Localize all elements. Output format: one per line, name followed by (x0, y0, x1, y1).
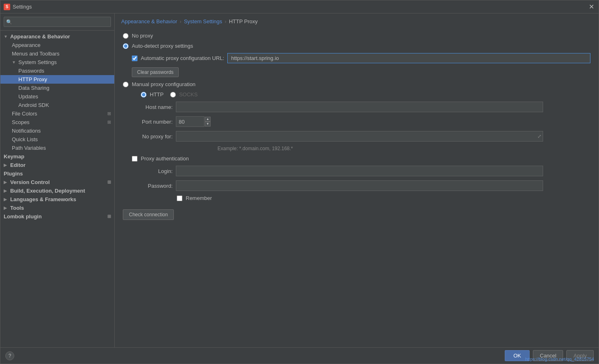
host-name-input[interactable] (176, 102, 543, 112)
sidebar-item-updates[interactable]: Updates (0, 92, 114, 101)
no-proxy-label[interactable]: No proxy (132, 33, 153, 39)
socks-protocol-radio[interactable] (170, 92, 176, 98)
breadcrumb-sep2: › (225, 18, 226, 24)
sidebar-label-updates: Updates (18, 93, 38, 100)
search-input[interactable] (4, 17, 111, 27)
auto-url-checkbox-label[interactable]: Automatic proxy configuration URL: (141, 55, 224, 61)
port-number-label: Port number: (132, 119, 173, 125)
no-proxy-input-wrap: ⤢ (176, 131, 543, 142)
sidebar-item-appearance[interactable]: Appearance (0, 41, 114, 49)
login-label: Login: (132, 168, 173, 174)
port-number-row: Port number: ▲ ▼ (132, 116, 590, 127)
sidebar-label-file-colors: File Colors (12, 111, 37, 117)
proxy-auth-section: Proxy authentication Login: Password: (132, 155, 590, 201)
auto-detect-row: Auto-detect proxy settings (123, 43, 590, 49)
remember-checkbox[interactable] (177, 195, 182, 201)
port-increment-button[interactable]: ▲ (205, 117, 211, 122)
no-proxy-radio[interactable] (123, 33, 129, 39)
auto-detect-section: Automatic proxy configuration URL: Clear… (132, 53, 590, 77)
sidebar-item-file-colors[interactable]: File Colors ⊞ (0, 109, 114, 118)
sidebar-item-build-execution[interactable]: ▶ Build, Execution, Deployment (0, 186, 114, 195)
host-name-label: Host name: (132, 104, 173, 110)
file-colors-icon: ⊞ (107, 111, 111, 116)
expand-no-proxy-button[interactable]: ⤢ (537, 133, 541, 139)
sidebar-label-system: System Settings (18, 59, 57, 65)
login-input[interactable] (176, 166, 543, 176)
sidebar-label-languages: Languages & Frameworks (10, 196, 76, 202)
auto-url-input[interactable] (227, 53, 590, 63)
breadcrumb-sep1: › (180, 18, 181, 24)
port-decrement-button[interactable]: ▼ (205, 122, 211, 127)
sidebar-item-data-sharing[interactable]: Data Sharing (0, 84, 114, 92)
no-proxy-for-input[interactable] (176, 131, 543, 142)
sidebar-label-tools: Tools (10, 205, 24, 211)
bottom-left: ? (5, 351, 14, 360)
manual-proxy-radio[interactable] (123, 82, 129, 87)
proxy-auth-checkbox[interactable] (132, 156, 138, 162)
sidebar-label-plugins: Plugins (4, 171, 23, 177)
sidebar-label-android-sdk: Android SDK (18, 102, 49, 108)
title-bar: S Settings ✕ (0, 0, 599, 13)
expand-arrow-tools: ▶ (4, 206, 9, 210)
sidebar-label-keymap: Keymap (4, 153, 24, 160)
sidebar-item-passwords[interactable]: Passwords (0, 67, 114, 75)
sidebar-item-keymap[interactable]: Keymap (0, 152, 114, 161)
sidebar-item-system-settings[interactable]: ▼ System Settings (0, 58, 114, 67)
sidebar-label-path-variables: Path Variables (12, 145, 46, 151)
content-area: Appearance & Behavior › System Settings … (115, 13, 599, 347)
sidebar-item-quick-lists[interactable]: Quick Lists (0, 135, 114, 144)
port-spinner: ▲ ▼ (176, 116, 211, 127)
sidebar-item-appearance-behavior[interactable]: ▼ Appearance & Behavior (0, 32, 114, 41)
help-button[interactable]: ? (5, 351, 14, 360)
sidebar-item-notifications[interactable]: Notifications (0, 127, 114, 135)
sidebar-item-menus-toolbars[interactable]: Menus and Toolbars (0, 49, 114, 58)
http-protocol-label[interactable]: HTTP (150, 91, 164, 98)
proxy-auth-label[interactable]: Proxy authentication (141, 155, 189, 162)
close-button[interactable]: ✕ (587, 3, 595, 11)
scopes-icon: ⊞ (107, 120, 111, 125)
sidebar-item-languages-frameworks[interactable]: ▶ Languages & Frameworks (0, 195, 114, 204)
sidebar-item-plugins[interactable]: Plugins (0, 169, 114, 178)
check-connection-button[interactable]: Check connection (123, 209, 174, 220)
sidebar-item-lombok[interactable]: Lombok plugin ⊞ (0, 212, 114, 221)
vc-icon: ⊞ (107, 180, 111, 185)
sidebar-item-scopes[interactable]: Scopes ⊞ (0, 118, 114, 127)
manual-proxy-row: Manual proxy configuration (123, 81, 590, 87)
manual-proxy-label[interactable]: Manual proxy configuration (132, 81, 195, 87)
socks-radio-row: SOCKS (170, 91, 198, 98)
sidebar-item-editor[interactable]: ▶ Editor (0, 161, 114, 169)
clear-passwords-button[interactable]: Clear passwords (132, 67, 179, 77)
breadcrumb-appearance-behavior[interactable]: Appearance & Behavior (121, 18, 177, 24)
sidebar-label-menus: Menus and Toolbars (12, 51, 60, 57)
remember-label[interactable]: Remember (186, 195, 212, 201)
port-spinner-buttons: ▲ ▼ (205, 117, 211, 127)
sidebar-item-path-variables[interactable]: Path Variables (0, 144, 114, 152)
auto-detect-radio[interactable] (123, 43, 129, 49)
sidebar-label-passwords: Passwords (18, 68, 44, 74)
sidebar-label-appearance: Appearance (12, 42, 40, 48)
proxy-section: No proxy Auto-detect proxy settings Auto… (123, 33, 590, 220)
search-box: 🔍 (0, 13, 114, 31)
main-content: 🔍 ▼ Appearance & Behavior Appearance Men… (0, 13, 599, 347)
socks-protocol-label[interactable]: SOCKS (179, 91, 198, 98)
sidebar-item-version-control[interactable]: ▶ Version Control ⊞ (0, 178, 114, 186)
search-input-wrap: 🔍 (4, 17, 111, 27)
sidebar-label-data-sharing: Data Sharing (18, 85, 49, 91)
sidebar-item-tools[interactable]: ▶ Tools (0, 204, 114, 212)
title-bar-left: S Settings (4, 4, 32, 10)
example-text: Example: *.domain.com, 192.168.* (217, 146, 590, 151)
sidebar-item-android-sdk[interactable]: Android SDK (0, 101, 114, 109)
sidebar-item-http-proxy[interactable]: HTTP Proxy (0, 75, 114, 84)
port-input[interactable] (176, 116, 204, 127)
auto-detect-label[interactable]: Auto-detect proxy settings (132, 43, 193, 49)
proxy-auth-row: Proxy authentication (132, 155, 590, 162)
app-icon: S (4, 4, 10, 10)
no-proxy-row: No proxy (123, 33, 590, 39)
password-input[interactable] (176, 180, 543, 191)
auto-url-checkbox[interactable] (132, 55, 138, 61)
http-protocol-radio[interactable] (141, 92, 146, 98)
breadcrumb-system-settings[interactable]: System Settings (184, 18, 222, 24)
expand-arrow-lang: ▶ (4, 197, 9, 202)
sidebar-label-lombok: Lombok plugin (4, 213, 42, 220)
status-url: https://blog.csdn.net/qq_42815754 (525, 357, 594, 362)
